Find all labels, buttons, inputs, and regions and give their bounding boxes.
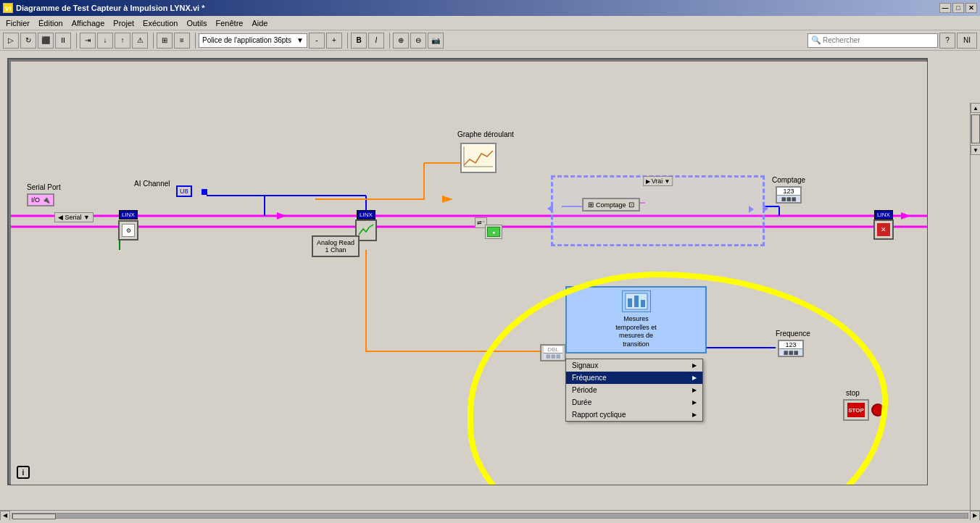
- svg-rect-21: [634, 296, 639, 307]
- scroll-right-button[interactable]: ▶: [970, 511, 980, 521]
- toolbar-run-continuously[interactable]: ↻: [20, 33, 36, 49]
- menu-execution[interactable]: Exécution: [138, 18, 182, 28]
- menu-fenetre[interactable]: Fenêtre: [212, 18, 248, 28]
- scroll-thumb-vertical[interactable]: [971, 114, 980, 143]
- toolbar-clean[interactable]: ⊞: [157, 33, 173, 49]
- case-left-connector: [547, 204, 553, 213]
- comptage-number-block[interactable]: 123 ▦▦▦: [776, 186, 802, 204]
- toolbar-text-style2[interactable]: I: [368, 33, 384, 49]
- font-selector-arrow[interactable]: ▼: [296, 36, 304, 44]
- info-icon[interactable]: i: [17, 466, 30, 479]
- graphe-block[interactable]: [460, 143, 497, 173]
- serial-port-label: Serial Port: [27, 183, 61, 191]
- vrai-control[interactable]: ▶ Vrai ▼: [643, 176, 673, 186]
- menu-bar: Fichier Édition Affichage Projet Exécuti…: [0, 16, 980, 30]
- maximize-button[interactable]: □: [952, 3, 964, 13]
- u8-connector: [202, 189, 207, 195]
- toolbar-sep4: [345, 33, 348, 49]
- window-title: Diagramme de Test Capteur à Impulsion LY…: [16, 4, 204, 12]
- scroll-left-button[interactable]: ◀: [0, 511, 10, 521]
- stop-label: stop: [846, 389, 860, 397]
- signaux-arrow: ▶: [692, 362, 697, 369]
- comptage-subblock[interactable]: ⊞ Comptage ⊡: [582, 198, 640, 212]
- rapport-arrow: ▶: [692, 411, 697, 418]
- title-controls[interactable]: — □ ✕: [939, 3, 977, 13]
- analog-read-block[interactable]: Analog Read 1 Chan: [312, 235, 360, 257]
- vrai-label: Vrai: [652, 177, 663, 185]
- menu-aide[interactable]: Aide: [247, 18, 272, 28]
- context-menu-rapport[interactable]: Rapport cyclique ▶: [566, 409, 702, 421]
- context-menu-periode[interactable]: Période ▶: [566, 384, 702, 396]
- mesures-block[interactable]: Mesures temporelles et mesures de transi…: [565, 286, 707, 353]
- frequence-arrow: ▶: [692, 375, 697, 381]
- toolbar-step-out[interactable]: ↑: [115, 33, 130, 49]
- toolbar-logo: NI: [957, 33, 977, 49]
- linx-label-middle: LINX: [357, 210, 375, 219]
- u8-block[interactable]: U8: [176, 185, 192, 197]
- menu-edition[interactable]: Édition: [34, 18, 67, 28]
- scroll-up-button[interactable]: ▲: [971, 103, 980, 113]
- svg-marker-15: [442, 196, 453, 203]
- wire-layer: [11, 62, 927, 485]
- horizontal-scrollbar[interactable]: ◀ ▶: [0, 510, 980, 520]
- toolbar-zoom-out[interactable]: ⊖: [410, 33, 426, 49]
- periode-arrow: ▶: [692, 387, 697, 393]
- toolbar-text-style1[interactable]: B: [351, 33, 367, 49]
- vertical-scrollbar[interactable]: ▲ ▼: [970, 103, 980, 520]
- close-button[interactable]: ✕: [966, 3, 977, 13]
- frequence-number-block[interactable]: 123 ▦▦▦: [778, 340, 804, 357]
- frequence-label: Frequence: [776, 330, 810, 338]
- toolbar-align[interactable]: ≡: [174, 33, 190, 49]
- case-structure[interactable]: ▶ Vrai ▼ ⊞ Comptage ⊡: [551, 175, 765, 246]
- mesures-title3: mesures de: [570, 332, 702, 340]
- toolbar-zoom-in[interactable]: ⊕: [393, 33, 409, 49]
- toolbar-sep1: [74, 33, 77, 49]
- scroll-down-button[interactable]: ▼: [971, 145, 980, 155]
- serial-control[interactable]: ◀ Serial ▼: [54, 212, 94, 222]
- context-menu: Signaux ▶ Fréquence ▶ Période ▶ Durée ▶ …: [565, 359, 703, 422]
- comptage-subblock-label: Comptage: [596, 201, 626, 209]
- toolbar-font-size-dec[interactable]: -: [309, 33, 325, 49]
- font-selector[interactable]: Police de l'application 36pts ▼: [199, 33, 307, 48]
- graphe-label: Graphe déroulant: [457, 130, 514, 138]
- menu-fichier[interactable]: Fichier: [1, 18, 34, 28]
- svg-rect-22: [641, 300, 645, 307]
- comptage-label: Comptage: [772, 176, 805, 184]
- stop-block[interactable]: STOP: [843, 399, 884, 421]
- menu-affichage[interactable]: Affichage: [67, 18, 109, 28]
- serial-port-block[interactable]: I/O 🔌: [27, 193, 54, 206]
- minimize-button[interactable]: —: [939, 3, 951, 13]
- toolbar-step-over[interactable]: ⇥: [80, 33, 96, 49]
- context-menu-duree[interactable]: Durée ▶: [566, 396, 702, 409]
- diagram-inner: Serial Port I/O 🔌 ◀ Serial ▼ LINX ⚙ AI C…: [11, 62, 927, 485]
- search-box[interactable]: 🔍: [807, 33, 938, 48]
- scroll-thumb-horizontal[interactable]: [12, 514, 56, 519]
- toolbar-step-into[interactable]: ↓: [97, 33, 113, 49]
- ai-channel-label: AI Channel: [134, 180, 170, 188]
- context-menu-signaux[interactable]: Signaux ▶: [566, 359, 702, 372]
- color-block[interactable]: ●: [485, 225, 502, 239]
- toolbar-right: 🔍 ? NI: [807, 33, 977, 49]
- mesures-title4: transition: [570, 340, 702, 349]
- font-selector-label: Police de l'application 36pts: [202, 36, 291, 44]
- dbl-block[interactable]: DBL ▦▦▦: [540, 344, 566, 361]
- toolbar-run-arrow[interactable]: ▷: [3, 33, 19, 49]
- toolbar-camera[interactable]: 📷: [428, 33, 444, 49]
- analog-read-line1: Analog Read: [317, 239, 354, 246]
- diagram-canvas[interactable]: Serial Port I/O 🔌 ◀ Serial ▼ LINX ⚙ AI C…: [7, 58, 928, 485]
- svg-rect-20: [628, 298, 632, 307]
- toolbar-font-size-inc[interactable]: +: [326, 33, 342, 49]
- toolbar-warn[interactable]: ⚠: [132, 33, 148, 49]
- linx-block-right[interactable]: LINX ✕: [873, 210, 894, 240]
- menu-outils[interactable]: Outils: [182, 18, 211, 28]
- search-input[interactable]: [823, 36, 934, 44]
- menu-projet[interactable]: Projet: [109, 18, 138, 28]
- linx-block-left[interactable]: LINX ⚙: [118, 210, 138, 240]
- scroll-track-horizontal: [12, 513, 968, 519]
- stop-trigger-button[interactable]: [871, 403, 884, 417]
- toolbar-pause[interactable]: ⏸: [55, 33, 71, 49]
- duree-arrow: ▶: [692, 399, 697, 406]
- toolbar-abort[interactable]: ⬛: [38, 33, 54, 49]
- context-menu-frequence[interactable]: Fréquence ▶: [566, 372, 702, 384]
- toolbar-help[interactable]: ?: [939, 33, 955, 49]
